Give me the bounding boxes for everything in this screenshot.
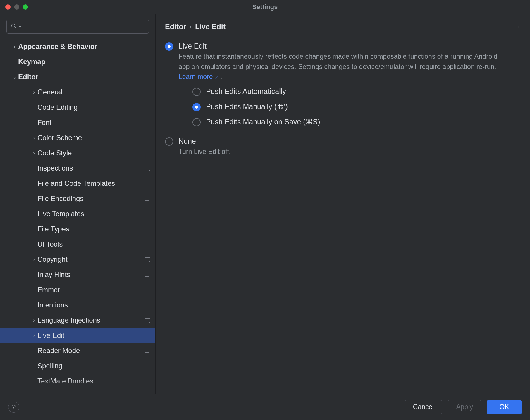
chevron-down-icon[interactable]: ▾	[19, 24, 21, 29]
search-field[interactable]	[23, 23, 144, 30]
breadcrumb: Editor › Live Edit ← →	[165, 20, 521, 34]
sidebar-item-reader-mode[interactable]: Reader Mode	[0, 343, 155, 358]
chevron-right-icon[interactable]: ›	[30, 89, 37, 95]
chevron-down-icon[interactable]: ⌄	[11, 74, 18, 80]
scope-badge-icon	[145, 349, 150, 353]
sidebar-item-language-injections[interactable]: ›Language Injections	[0, 313, 155, 328]
chevron-right-icon[interactable]: ›	[30, 333, 37, 339]
sidebar-item-spelling[interactable]: Spelling	[0, 358, 155, 373]
sidebar-item-intentions[interactable]: Intentions	[0, 297, 155, 313]
option-none-title: None	[178, 137, 521, 145]
search-input[interactable]: ▾	[6, 20, 149, 34]
settings-tree: ›Appearance & BehaviorKeymap⌄Editor›Gene…	[0, 37, 155, 394]
radio-button[interactable]	[192, 103, 201, 111]
radio-button[interactable]	[192, 88, 201, 96]
apply-button: Apply	[448, 400, 481, 414]
sidebar-item-color-scheme[interactable]: ›Color Scheme	[0, 130, 155, 145]
option-live-edit-desc: Feature that instantaneously reflects co…	[178, 51, 506, 82]
sidebar-item-live-templates[interactable]: Live Templates	[0, 206, 155, 221]
chevron-right-icon[interactable]: ›	[30, 150, 37, 156]
footer: ? Cancel Apply OK	[0, 394, 530, 420]
option-live-edit[interactable]: Live Edit Feature that instantaneously r…	[165, 42, 521, 129]
scope-badge-icon	[145, 257, 150, 261]
sidebar-item-code-editing[interactable]: Code Editing	[0, 100, 155, 115]
sidebar-item-label: Spelling	[37, 362, 145, 370]
ok-button[interactable]: OK	[487, 400, 522, 414]
subopt-push-edits-manually-on-save-s-[interactable]: Push Edits Manually on Save (⌘S)	[192, 118, 521, 126]
subopt-label: Push Edits Manually (⌘')	[206, 102, 288, 111]
window-controls	[5, 4, 28, 10]
breadcrumb-editor[interactable]: Editor	[165, 23, 186, 31]
sidebar-item-font[interactable]: Font	[0, 115, 155, 130]
sidebar-item-label: Inlay Hints	[37, 271, 145, 279]
external-link-icon: ↗	[215, 74, 219, 80]
chevron-right-icon[interactable]: ›	[11, 44, 18, 50]
sidebar-item-label: UI Tools	[37, 240, 150, 248]
sidebar-item-label: Reader Mode	[37, 347, 145, 355]
chevron-right-icon[interactable]: ›	[30, 135, 37, 141]
sidebar-item-label: Keymap	[18, 58, 150, 66]
scope-badge-icon	[145, 273, 150, 277]
zoom-icon[interactable]	[23, 4, 28, 10]
sidebar-item-label: TextMate Bundles	[37, 377, 150, 385]
scope-badge-icon	[145, 166, 150, 170]
titlebar: Settings	[0, 0, 530, 14]
radio-none[interactable]	[165, 137, 173, 146]
scope-badge-icon	[145, 318, 150, 322]
sidebar-item-keymap[interactable]: Keymap	[0, 54, 155, 69]
breadcrumb-live-edit: Live Edit	[195, 23, 226, 31]
sidebar-item-ui-tools[interactable]: UI Tools	[0, 237, 155, 252]
sidebar-item-label: Editor	[18, 73, 150, 81]
close-icon[interactable]	[5, 4, 11, 10]
live-edit-suboptions: Push Edits AutomaticallyPush Edits Manua…	[178, 82, 521, 126]
sidebar-item-copyright[interactable]: ›Copyright	[0, 252, 155, 267]
chevron-right-icon: ›	[186, 23, 195, 30]
sidebar-item-label: General	[37, 88, 150, 96]
option-none[interactable]: None Turn Live Edit off.	[165, 137, 521, 159]
help-button[interactable]: ?	[8, 402, 19, 413]
sidebar-item-inspections[interactable]: Inspections	[0, 161, 155, 176]
subopt-label: Push Edits Manually on Save (⌘S)	[206, 118, 320, 126]
sidebar-item-live-edit[interactable]: ›Live Edit	[0, 328, 155, 343]
svg-line-1	[15, 27, 16, 28]
sidebar-item-inlay-hints[interactable]: Inlay Hints	[0, 267, 155, 282]
chevron-right-icon[interactable]: ›	[30, 257, 37, 263]
sidebar-item-label: File Types	[37, 225, 150, 233]
sidebar: ▾ ›Appearance & BehaviorKeymap⌄Editor›Ge…	[0, 14, 156, 394]
learn-more-link[interactable]: Learn more ↗	[178, 73, 219, 80]
sidebar-item-label: Inspections	[37, 164, 145, 172]
sidebar-item-label: Code Editing	[37, 103, 150, 111]
sidebar-item-label: Appearance & Behavior	[18, 42, 150, 51]
subopt-push-edits-manually-[interactable]: Push Edits Manually (⌘')	[192, 102, 521, 111]
radio-live-edit[interactable]	[165, 42, 173, 51]
sidebar-item-label: File and Code Templates	[37, 179, 150, 187]
cancel-button[interactable]: Cancel	[405, 400, 443, 414]
scope-badge-icon	[145, 364, 150, 368]
scope-badge-icon	[145, 197, 150, 201]
subopt-label: Push Edits Automatically	[206, 87, 286, 96]
radio-button[interactable]	[192, 118, 201, 126]
sidebar-item-textmate-bundles[interactable]: TextMate Bundles	[0, 373, 155, 389]
nav-back-icon[interactable]: ←	[501, 22, 508, 31]
main-panel: Editor › Live Edit ← → Live Edit Feature…	[156, 14, 530, 394]
window-title: Settings	[0, 3, 530, 11]
nav-forward-icon[interactable]: →	[513, 22, 521, 31]
minimize-icon[interactable]	[14, 4, 19, 10]
sidebar-item-label: File Encodings	[37, 194, 145, 203]
option-live-edit-title: Live Edit	[178, 42, 521, 50]
search-icon	[11, 23, 17, 30]
sidebar-item-file-types[interactable]: File Types	[0, 221, 155, 237]
settings-window: Settings ▾ ›Appearance & BehaviorKeymap⌄…	[0, 0, 530, 420]
sidebar-item-code-style[interactable]: ›Code Style	[0, 145, 155, 161]
sidebar-item-general[interactable]: ›General	[0, 85, 155, 100]
sidebar-item-appearance-behavior[interactable]: ›Appearance & Behavior	[0, 39, 155, 54]
sidebar-item-file-and-code-templates[interactable]: File and Code Templates	[0, 176, 155, 191]
sidebar-item-editor[interactable]: ⌄Editor	[0, 69, 155, 85]
chevron-right-icon[interactable]: ›	[30, 317, 37, 323]
sidebar-item-label: Color Scheme	[37, 134, 150, 142]
subopt-push-edits-automatically[interactable]: Push Edits Automatically	[192, 87, 521, 96]
sidebar-item-label: Font	[37, 118, 150, 127]
sidebar-item-label: Emmet	[37, 286, 150, 294]
sidebar-item-emmet[interactable]: Emmet	[0, 282, 155, 297]
sidebar-item-file-encodings[interactable]: File Encodings	[0, 191, 155, 206]
